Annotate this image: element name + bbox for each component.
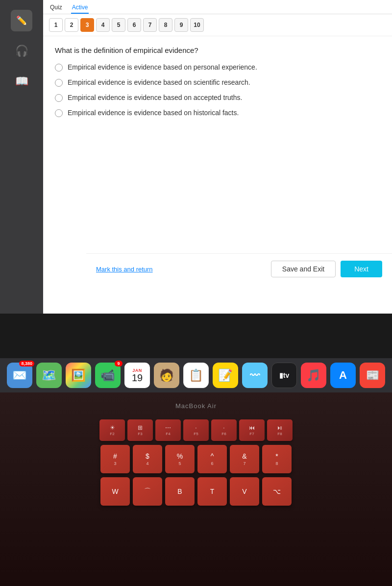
- f8-symbol: ⏯: [277, 424, 283, 431]
- key-alt[interactable]: ⌥: [262, 477, 292, 506]
- news-icon[interactable]: 📰: [360, 363, 385, 388]
- radio-a[interactable]: [55, 64, 63, 72]
- appstore-icon[interactable]: A: [330, 363, 356, 388]
- maps-icon[interactable]: 🗺️: [36, 363, 62, 388]
- calendar-icon[interactable]: JAN 19: [124, 363, 150, 388]
- notes-icon[interactable]: 📝: [213, 363, 238, 388]
- mark-return-link[interactable]: Mark this and return: [96, 266, 153, 273]
- key-3[interactable]: # 3: [100, 445, 130, 473]
- q-btn-5[interactable]: 5: [112, 18, 125, 32]
- key-7-symbol: &: [242, 452, 246, 460]
- quiz-header: Quiz Active: [43, 0, 392, 14]
- pencil-icon[interactable]: ✏️: [11, 10, 32, 31]
- radio-d[interactable]: [55, 109, 63, 117]
- q-btn-10[interactable]: 10: [190, 18, 204, 32]
- appletv-icon[interactable]: ▮tv: [271, 363, 297, 388]
- key-w-symbol: W: [112, 488, 118, 495]
- tab-active[interactable]: Active: [71, 2, 89, 14]
- q-btn-6[interactable]: 6: [127, 18, 141, 32]
- q-btn-9[interactable]: 9: [174, 18, 188, 32]
- key-3-symbol: #: [113, 452, 117, 460]
- sidebar: ✏️ 🎧 📖: [0, 0, 43, 314]
- f6-key[interactable]: · F6: [211, 419, 237, 441]
- answer-label-b: Empirical evidence is evidence based on …: [68, 78, 250, 86]
- f4-key[interactable]: ⋯ F4: [155, 419, 181, 441]
- bottom-key-row: W ⌒ B T V ⌥: [7, 477, 385, 506]
- key-w[interactable]: W: [100, 477, 130, 506]
- f3-key[interactable]: ⊞ F3: [127, 419, 153, 441]
- photos-icon[interactable]: 🖼️: [66, 363, 91, 388]
- f6-label: F6: [221, 432, 226, 436]
- reminders-icon[interactable]: 📋: [183, 363, 209, 388]
- q-btn-7[interactable]: 7: [143, 18, 157, 32]
- keyboard-grid: ☀ F2 ⊞ F3 ⋯ F4 · F5 · F6 ⏮ F7: [7, 419, 385, 510]
- key-t[interactable]: T: [197, 477, 227, 506]
- answer-option-b[interactable]: Empirical evidence is evidence based on …: [55, 78, 380, 87]
- f2-key[interactable]: ☀ F2: [99, 419, 125, 441]
- facetime-icon[interactable]: 📹 9: [95, 363, 121, 388]
- key-v[interactable]: V: [230, 477, 259, 506]
- answer-option-d[interactable]: Empirical evidence is evidence based on …: [55, 109, 380, 117]
- quiz-tabs: Quiz Active: [49, 2, 386, 14]
- next-button[interactable]: Next: [341, 261, 382, 277]
- q-btn-2[interactable]: 2: [65, 18, 78, 32]
- key-7[interactable]: & 7: [230, 445, 259, 473]
- question-footer: Mark this and return Save and Exit Next: [86, 253, 392, 284]
- answer-option-c[interactable]: Empirical evidence is evidence based on …: [55, 94, 380, 102]
- key-t-symbol: T: [210, 488, 215, 495]
- tab-quiz[interactable]: Quiz: [49, 2, 63, 14]
- question-text: What is the definition of empirical evid…: [55, 46, 380, 54]
- answer-option-a[interactable]: Empirical evidence is evidence based on …: [55, 63, 380, 72]
- number-key-row: # 3 $ 4 % 5 ^ 6 & 7 * 8: [7, 445, 385, 473]
- radio-c[interactable]: [55, 94, 63, 102]
- radio-b[interactable]: [55, 79, 63, 87]
- key-b[interactable]: B: [165, 477, 195, 506]
- f4-label: F4: [166, 432, 170, 436]
- f5-key[interactable]: · F5: [183, 419, 209, 441]
- key-6-label: 6: [211, 461, 213, 466]
- q-btn-3[interactable]: 3: [80, 18, 94, 32]
- key-b-symbol: B: [177, 488, 182, 495]
- key-6[interactable]: ^ 6: [197, 445, 227, 473]
- key-7-label: 7: [243, 461, 245, 466]
- f7-key[interactable]: ⏮ F7: [239, 419, 265, 441]
- answer-label-d: Empirical evidence is evidence based on …: [68, 109, 239, 117]
- screen-area: ✏️ 🎧 📖 Quiz Active 1 2 3 4 5 6 7 8 9 10 …: [0, 0, 392, 314]
- f3-label: F3: [138, 432, 142, 436]
- answer-label-a: Empirical evidence is evidence based on …: [68, 63, 257, 71]
- key-4-label: 4: [146, 461, 148, 466]
- f3-symbol: ⊞: [138, 424, 143, 431]
- f6-symbol: ·: [223, 424, 224, 431]
- f7-symbol: ⏮: [249, 424, 255, 431]
- key-8-symbol: *: [275, 452, 278, 460]
- music-icon[interactable]: 🎵: [301, 363, 326, 388]
- f8-key[interactable]: ⏯ F8: [267, 419, 293, 441]
- key-5[interactable]: % 5: [165, 445, 195, 473]
- q-btn-4[interactable]: 4: [96, 18, 110, 32]
- key-3-label: 3: [114, 461, 116, 466]
- answer-label-c: Empirical evidence is evidence based on …: [68, 94, 242, 101]
- key-curve[interactable]: ⌒: [133, 477, 162, 506]
- quiz-app: Quiz Active 1 2 3 4 5 6 7 8 9 10 What is…: [43, 0, 392, 314]
- key-4[interactable]: $ 4: [133, 445, 162, 473]
- mail-badge: 8,380: [19, 361, 34, 366]
- question-content: What is the definition of empirical evid…: [43, 36, 392, 134]
- dock: ✉️ 8,380 🗺️ 🖼️ 📹 9 JAN 19 🧑 📋 📝 〰 ▮tv 🎵: [0, 358, 392, 392]
- f5-label: F5: [194, 432, 198, 436]
- headphones-icon[interactable]: 🎧: [11, 40, 32, 62]
- freeform-icon[interactable]: 〰: [242, 363, 268, 388]
- key-8-label: 8: [275, 461, 278, 466]
- key-8[interactable]: * 8: [262, 445, 292, 473]
- footer-buttons: Save and Exit Next: [271, 261, 382, 277]
- save-exit-button[interactable]: Save and Exit: [271, 261, 336, 277]
- fn-key-row: ☀ F2 ⊞ F3 ⋯ F4 · F5 · F6 ⏮ F7: [7, 419, 385, 441]
- key-6-symbol: ^: [211, 452, 214, 460]
- key-5-label: 5: [178, 461, 181, 466]
- mail-icon[interactable]: ✉️ 8,380: [7, 363, 32, 388]
- q-btn-8[interactable]: 8: [159, 18, 172, 32]
- q-btn-1[interactable]: 1: [49, 18, 63, 32]
- key-curve-symbol: ⌒: [144, 487, 151, 496]
- contacts-icon[interactable]: 🧑: [154, 363, 179, 388]
- book-icon[interactable]: 📖: [11, 71, 32, 92]
- f2-symbol: ☀: [110, 424, 115, 431]
